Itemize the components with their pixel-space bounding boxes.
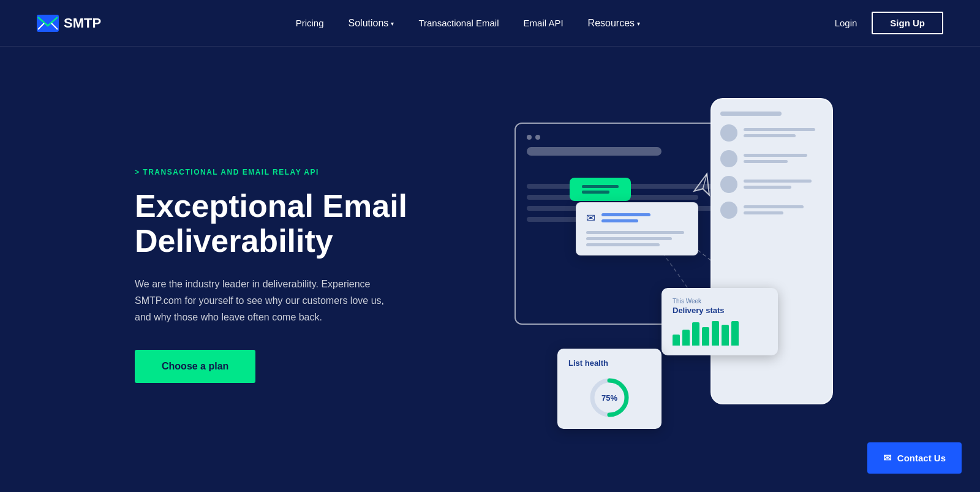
navbar: SMTP Pricing Solutions ▾ Transactional E… bbox=[0, 0, 980, 47]
ec-line-1 bbox=[601, 213, 650, 216]
donut-wrapper: 75% bbox=[568, 376, 650, 419]
hero-section: > TRANSACTIONAL AND EMAIL RELAY API Exce… bbox=[0, 47, 980, 492]
send-line-2 bbox=[582, 191, 609, 194]
device-phone bbox=[710, 98, 833, 404]
email-send-lines bbox=[582, 185, 619, 194]
phone-col-4 bbox=[744, 205, 823, 214]
nav-item-resources[interactable]: Resources ▾ bbox=[588, 18, 640, 29]
phone-row-4 bbox=[720, 202, 823, 219]
delivery-stats-title: Delivery stats bbox=[673, 306, 767, 315]
bar-7 bbox=[731, 321, 739, 346]
bar-6 bbox=[722, 325, 729, 346]
resources-dropdown[interactable]: Resources ▾ bbox=[588, 18, 640, 29]
phone-col-3 bbox=[744, 180, 823, 189]
p-line-1 bbox=[744, 128, 815, 131]
nav-item-solutions[interactable]: Solutions ▾ bbox=[349, 18, 394, 29]
chevron-down-icon-2: ▾ bbox=[637, 20, 640, 27]
choose-plan-button[interactable]: Choose a plan bbox=[135, 350, 255, 383]
delivery-week-label: This Week bbox=[673, 298, 767, 305]
hero-title: Exceptional Email Deliverability bbox=[135, 189, 453, 259]
donut-percent: 75% bbox=[601, 393, 617, 402]
nav-actions: Login Sign Up bbox=[835, 12, 943, 34]
solutions-label: Solutions bbox=[349, 18, 389, 29]
svg-rect-0 bbox=[37, 15, 59, 32]
signup-button[interactable]: Sign Up bbox=[872, 12, 943, 34]
delivery-stats-widget: This Week Delivery stats bbox=[662, 288, 778, 355]
p-line-7 bbox=[744, 205, 804, 208]
bar-3 bbox=[692, 322, 699, 346]
list-health-widget: List health 75% bbox=[557, 349, 662, 429]
phone-row-3 bbox=[720, 176, 823, 193]
contact-us-button[interactable]: ✉ Contact Us bbox=[867, 442, 962, 474]
contact-us-label: Contact Us bbox=[897, 453, 946, 463]
resources-label: Resources bbox=[588, 18, 635, 29]
phone-line-1 bbox=[720, 112, 782, 116]
p-line-3 bbox=[744, 154, 807, 157]
email-send-card bbox=[570, 178, 631, 201]
bar-2 bbox=[682, 330, 690, 346]
phone-avatar-3 bbox=[720, 176, 737, 193]
bar-5 bbox=[712, 321, 719, 346]
hero-illustration: ✉ This Week Delivery stats bbox=[490, 98, 845, 453]
contact-envelope-icon: ✉ bbox=[883, 452, 891, 464]
phone-avatar-2 bbox=[720, 150, 737, 167]
p-line-4 bbox=[744, 160, 788, 163]
email-card: ✉ bbox=[576, 202, 698, 255]
phone-col-2 bbox=[744, 154, 823, 163]
laptop-search-bar bbox=[527, 147, 662, 156]
ec-line-3 bbox=[586, 231, 684, 234]
hero-title-line1: Exceptional Email bbox=[135, 188, 407, 224]
pricing-link[interactable]: Pricing bbox=[296, 18, 324, 28]
logo-icon bbox=[37, 15, 59, 32]
p-line-2 bbox=[744, 134, 796, 137]
transactional-link[interactable]: Transactional Email bbox=[418, 18, 499, 28]
dot-1 bbox=[527, 135, 532, 140]
ec-line-2 bbox=[601, 219, 638, 222]
nav-item-email-api[interactable]: Email API bbox=[524, 18, 564, 29]
bar-4 bbox=[702, 327, 709, 346]
nav-links: Pricing Solutions ▾ Transactional Email … bbox=[296, 18, 640, 29]
logo[interactable]: SMTP bbox=[37, 15, 101, 32]
p-line-8 bbox=[744, 211, 783, 214]
p-line-6 bbox=[744, 186, 791, 189]
nav-item-pricing[interactable]: Pricing bbox=[296, 18, 324, 29]
hero-title-line2: Deliverability bbox=[135, 223, 333, 259]
hero-eyebrow: > TRANSACTIONAL AND EMAIL RELAY API bbox=[135, 168, 453, 176]
solutions-dropdown[interactable]: Solutions ▾ bbox=[349, 18, 394, 29]
email-icon-row: ✉ bbox=[586, 211, 688, 225]
phone-avatar-4 bbox=[720, 202, 737, 219]
bar-1 bbox=[673, 335, 680, 346]
delivery-bar-chart bbox=[673, 321, 767, 346]
email-card-body-lines bbox=[586, 231, 688, 246]
phone-col-1 bbox=[744, 128, 823, 137]
hero-left: > TRANSACTIONAL AND EMAIL RELAY API Exce… bbox=[135, 168, 453, 384]
phone-row-2 bbox=[720, 150, 823, 167]
chevron-down-icon: ▾ bbox=[391, 20, 394, 27]
hero-description: We are the industry leader in deliverabi… bbox=[135, 276, 392, 326]
ec-line-5 bbox=[586, 243, 660, 246]
login-link[interactable]: Login bbox=[835, 18, 858, 28]
list-health-title: List health bbox=[568, 358, 650, 368]
donut-chart: 75% bbox=[588, 376, 631, 419]
send-line-1 bbox=[582, 185, 619, 188]
phone-avatar-1 bbox=[720, 124, 737, 142]
email-api-link[interactable]: Email API bbox=[524, 18, 564, 28]
logo-text: SMTP bbox=[64, 15, 101, 31]
email-card-lines-right bbox=[601, 213, 650, 222]
envelope-icon: ✉ bbox=[586, 211, 595, 225]
ec-line-4 bbox=[586, 237, 672, 240]
p-line-5 bbox=[744, 180, 812, 183]
nav-item-transactional[interactable]: Transactional Email bbox=[418, 18, 499, 29]
phone-row-1 bbox=[720, 124, 823, 142]
dot-2 bbox=[535, 135, 540, 140]
